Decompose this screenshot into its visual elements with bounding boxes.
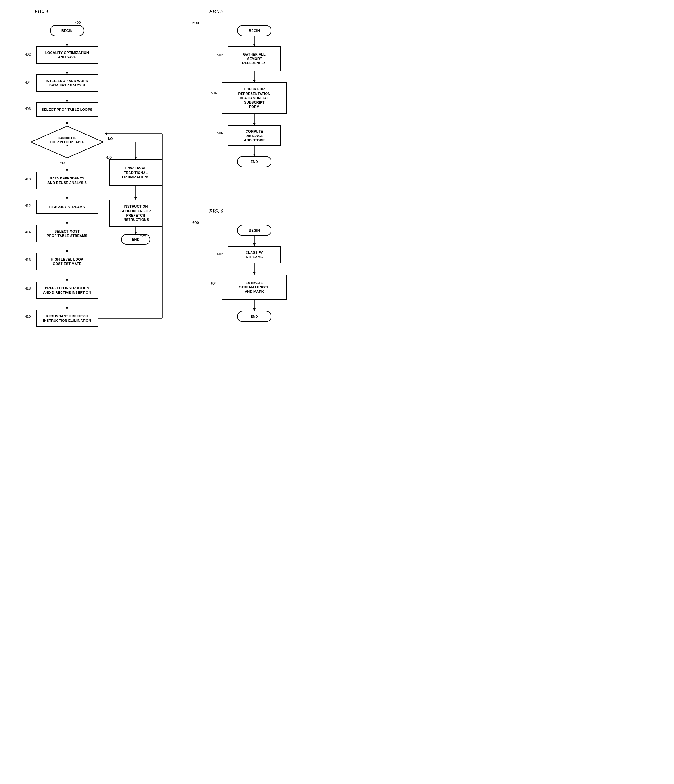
fig4-ref: 400 bbox=[75, 20, 81, 24]
svg-marker-23 bbox=[66, 307, 68, 310]
fig4-ref-406: 406 bbox=[25, 107, 31, 110]
fig6-end: END bbox=[237, 311, 272, 322]
fig4-ref-402: 402 bbox=[25, 53, 31, 56]
fig4-node-414: SELECT MOST PROFITABLE STREAMS bbox=[36, 225, 98, 242]
fig4-ref-418: 418 bbox=[25, 286, 31, 290]
fig5-ref-500: 500 bbox=[192, 20, 199, 25]
fig5-node-506: COMPUTE DISTANCE AND STORE bbox=[228, 126, 281, 146]
fig4-node-406: SELECT PROFITABLE LOOPS bbox=[36, 103, 98, 117]
fig4-ref-424: 424 bbox=[140, 233, 146, 238]
svg-marker-13 bbox=[135, 157, 137, 159]
fig4-begin: BEGIN bbox=[50, 25, 84, 36]
svg-marker-19 bbox=[66, 250, 68, 253]
fig4-ref-412: 412 bbox=[25, 204, 31, 208]
fig4-node-408: CANDIDATE LOOP IN LOOP TABLE ? bbox=[30, 125, 104, 159]
fig4-node-420: REDUNDANT PREFETCH INSTRUCTION ELIMINATI… bbox=[36, 310, 98, 327]
fig6-node-604: ESTIMATE STREAM LENGTH AND MARK bbox=[222, 275, 287, 300]
fig4-node-410: DATA DEPENDENCY AND REUSE ANALYSIS bbox=[36, 172, 98, 189]
fig6-ref-604: 604 bbox=[211, 282, 217, 285]
fig4-no-label: NO bbox=[108, 137, 113, 141]
fig6-ref-600: 600 bbox=[192, 220, 199, 225]
fig6-title: FIG. 6 bbox=[209, 208, 223, 214]
svg-marker-43 bbox=[253, 272, 256, 275]
fig4-node-402: LOCALITY OPTIMIZATION AND SAVE bbox=[36, 46, 98, 64]
fig4-node-418: PREFETCH INSTRUCTION AND DIRECTIVE INSER… bbox=[36, 282, 98, 299]
svg-marker-31 bbox=[135, 232, 137, 234]
svg-marker-4 bbox=[66, 72, 68, 74]
fig5-ref-504: 504 bbox=[211, 91, 217, 95]
fig4-title: FIG. 4 bbox=[34, 9, 48, 14]
fig4-ref-414: 414 bbox=[25, 230, 31, 234]
fig4-ref-416: 416 bbox=[25, 258, 31, 261]
svg-marker-41 bbox=[253, 243, 256, 246]
fig4-diamond-text: CANDIDATE LOOP IN LOOP TABLE ? bbox=[50, 136, 85, 148]
fig6-ref-602: 602 bbox=[217, 252, 223, 256]
fig4-node-412: CLASSIFY STREAMS bbox=[36, 200, 98, 214]
svg-marker-33 bbox=[253, 44, 256, 46]
fig5-ref-506: 506 bbox=[217, 131, 223, 135]
fig5-node-504: CHECK FOR REPRESENTATION IN A CANONICAL … bbox=[222, 82, 287, 114]
fig5-title: FIG. 5 bbox=[209, 9, 223, 14]
svg-marker-10 bbox=[66, 169, 68, 172]
fig4-ref-410: 410 bbox=[25, 177, 31, 181]
svg-marker-35 bbox=[253, 80, 256, 82]
fig5-begin: BEGIN bbox=[237, 25, 272, 36]
svg-marker-17 bbox=[66, 222, 68, 225]
fig4-yes-label: YES bbox=[60, 161, 67, 165]
fig4-node-416: HIGH LEVEL LOOP COST ESTIMATE bbox=[36, 253, 98, 270]
svg-marker-29 bbox=[135, 197, 137, 200]
fig5-ref-502: 502 bbox=[217, 53, 223, 57]
svg-marker-27 bbox=[104, 132, 107, 135]
fig4-ref-404: 404 bbox=[25, 81, 31, 84]
svg-marker-45 bbox=[253, 308, 256, 311]
svg-marker-6 bbox=[66, 100, 68, 103]
fig4-ref-420: 420 bbox=[25, 314, 31, 318]
svg-marker-15 bbox=[66, 197, 68, 200]
svg-marker-37 bbox=[253, 123, 256, 126]
fig4-node-424-box: INSTRUCTION SCHEDULER FOR PREFETCH INSTR… bbox=[109, 200, 162, 227]
svg-marker-2 bbox=[66, 44, 68, 46]
fig5-end: END bbox=[237, 156, 272, 167]
fig6-node-602: CLASSIFY STREAMS bbox=[228, 246, 281, 263]
fig4-node-404: INTER-LOOP AND WORK DATA SET ANALYSIS bbox=[36, 74, 98, 92]
fig5-node-502: GATHER ALL MEMORY REFERENCES bbox=[228, 46, 281, 71]
svg-marker-39 bbox=[253, 154, 256, 156]
fig6-begin: BEGIN bbox=[237, 225, 272, 236]
page: FIG. 4 400 BEGIN 402 LOCALITY OPTIMIZATI… bbox=[0, 0, 337, 392]
svg-marker-21 bbox=[66, 279, 68, 282]
svg-marker-8 bbox=[66, 122, 68, 125]
fig4-node-422: LOW-LEVEL TRADITIONAL OPTIMIZATIONS bbox=[109, 159, 162, 186]
